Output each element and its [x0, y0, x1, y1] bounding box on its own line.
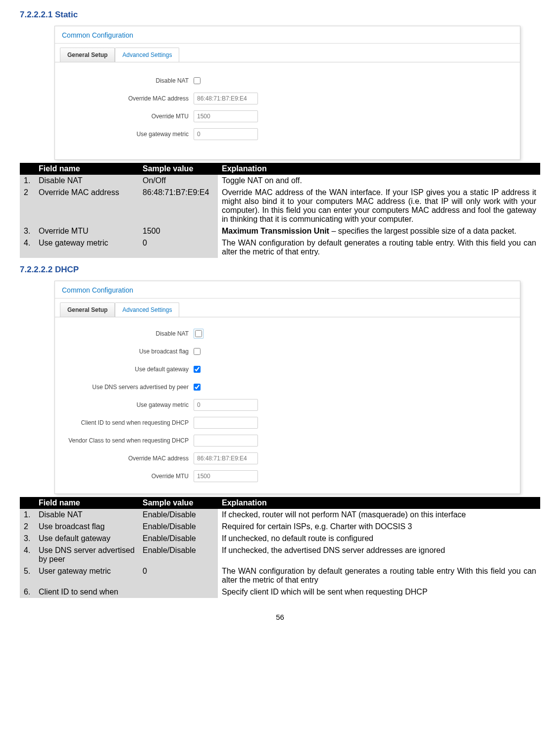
col-sample-value: Sample value: [139, 497, 218, 509]
dns-peer-label: Use DNS servers advertised by peer: [65, 384, 194, 391]
panel-title: Common Configuration: [55, 26, 520, 44]
client-id-label: Client ID to send when requesting DHCP: [65, 419, 194, 426]
cell-num: 4.: [20, 545, 35, 565]
cell-expl: Required for certain ISPs, e.g. Charter …: [218, 521, 540, 533]
section-heading-static: 7.2.2.2.1 Static: [20, 10, 540, 20]
override-mac-label: Override MAC address: [65, 95, 194, 102]
panel-title: Common Configuration: [55, 281, 520, 298]
disable-nat-label: Disable NAT: [65, 330, 194, 337]
default-gateway-label: Use default gateway: [65, 366, 194, 373]
expl-rest: – specifies the largest possible size of…: [329, 227, 516, 235]
cell-field: Use gateway metric: [35, 237, 139, 258]
cell-field: Use default gateway: [35, 533, 139, 545]
col-num: [20, 497, 35, 509]
cell-expl: If unchecked, the advertised DNS server …: [218, 545, 540, 565]
table-row: 1. Disable NAT Enable/Disable If checked…: [20, 509, 540, 521]
cell-sample: 1500: [139, 225, 218, 237]
cell-field: Override MTU: [35, 225, 139, 237]
cell-sample: Enable/Disable: [139, 533, 218, 545]
col-explanation: Explanation: [218, 163, 540, 175]
disable-nat-label: Disable NAT: [65, 77, 194, 84]
gateway-metric-label: Use gateway metric: [65, 401, 194, 408]
cell-sample: 0: [139, 565, 218, 586]
broadcast-flag-label: Use broadcast flag: [65, 348, 194, 355]
cell-num: 2: [20, 187, 35, 225]
cell-sample: Enable/Disable: [139, 509, 218, 521]
table-row: 3. Override MTU 1500 Maximum Transmissio…: [20, 225, 540, 237]
col-field-name: Field name: [35, 163, 139, 175]
override-mtu-input[interactable]: [194, 470, 258, 482]
cell-num: 2: [20, 521, 35, 533]
screenshot-static: Common Configuration General Setup Advan…: [54, 26, 520, 160]
gateway-metric-input[interactable]: [194, 128, 258, 140]
col-field-name: Field name: [35, 497, 139, 509]
cell-field: Disable NAT: [35, 509, 139, 521]
fields-table-static: Field name Sample value Explanation 1. D…: [20, 163, 540, 258]
cell-sample: [139, 586, 218, 598]
gateway-metric-input[interactable]: [194, 399, 258, 411]
cell-num: 3.: [20, 225, 35, 237]
cell-expl: Specify client ID which will be sent whe…: [218, 586, 540, 598]
cell-expl: The WAN configuration by default generat…: [218, 237, 540, 258]
disable-nat-checkbox[interactable]: [194, 77, 201, 84]
cell-field: Use DNS server advertised by peer: [35, 545, 139, 565]
col-sample-value: Sample value: [139, 163, 218, 175]
cell-sample: On/Off: [139, 175, 218, 187]
table-row: 6. Client ID to send when Specify client…: [20, 586, 540, 598]
fields-table-dhcp: Field name Sample value Explanation 1. D…: [20, 497, 540, 598]
override-mac-input[interactable]: [194, 93, 258, 104]
dns-peer-checkbox[interactable]: [194, 384, 201, 391]
table-row: 1. Disable NAT On/Off Toggle NAT on and …: [20, 175, 540, 187]
bold-term: Maximum Transmission Unit: [222, 227, 329, 235]
cell-expl: If checked, router will not perform NAT …: [218, 509, 540, 521]
cell-sample: Enable/Disable: [139, 545, 218, 565]
cell-num: 5.: [20, 565, 35, 586]
section-heading-dhcp: 7.2.2.2.2 DHCP: [20, 265, 540, 275]
cell-sample: 0: [139, 237, 218, 258]
table-row: 2 Override MAC address 86:48:71:B7:E9:E4…: [20, 187, 540, 225]
cell-field: Use broadcast flag: [35, 521, 139, 533]
vendor-class-input[interactable]: [194, 435, 258, 447]
tab-bar: General Setup Advanced Settings: [55, 298, 520, 317]
cell-num: 3.: [20, 533, 35, 545]
disable-nat-checkbox[interactable]: [195, 330, 202, 337]
override-mac-label: Override MAC address: [65, 455, 194, 462]
override-mtu-label: Override MTU: [65, 113, 194, 120]
table-row: 3. Use default gateway Enable/Disable If…: [20, 533, 540, 545]
cell-field: Disable NAT: [35, 175, 139, 187]
broadcast-flag-checkbox[interactable]: [194, 348, 201, 355]
cell-num: 1.: [20, 175, 35, 187]
default-gateway-checkbox[interactable]: [194, 366, 201, 373]
cell-field: Client ID to send when: [35, 586, 139, 598]
table-row: 4. Use DNS server advertised by peer Ena…: [20, 545, 540, 565]
cell-field: User gateway metric: [35, 565, 139, 586]
table-row: 2 Use broadcast flag Enable/Disable Requ…: [20, 521, 540, 533]
cell-expl: Toggle NAT on and off.: [218, 175, 540, 187]
checkbox-frame: [194, 329, 204, 339]
cell-expl: The WAN configuration by default generat…: [218, 565, 540, 586]
page-number: 56: [20, 613, 540, 621]
tab-general-setup[interactable]: General Setup: [60, 302, 115, 317]
col-explanation: Explanation: [218, 497, 540, 509]
override-mtu-label: Override MTU: [65, 473, 194, 480]
client-id-input[interactable]: [194, 417, 258, 429]
cell-num: 6.: [20, 586, 35, 598]
form-area-static: Disable NAT Override MAC address Overrid…: [55, 62, 520, 159]
tab-advanced-settings[interactable]: Advanced Settings: [115, 302, 179, 317]
form-area-dhcp: Disable NAT Use broadcast flag Use defau…: [55, 317, 520, 494]
table-row: 5. User gateway metric 0 The WAN configu…: [20, 565, 540, 586]
cell-sample: Enable/Disable: [139, 521, 218, 533]
table-row: 4. Use gateway metric 0 The WAN configur…: [20, 237, 540, 258]
tab-general-setup[interactable]: General Setup: [60, 48, 115, 62]
cell-num: 4.: [20, 237, 35, 258]
cell-field: Override MAC address: [35, 187, 139, 225]
cell-expl: Maximum Transmission Unit – specifies th…: [218, 225, 540, 237]
col-num: [20, 163, 35, 175]
cell-expl: Override MAC address of the WAN interfac…: [218, 187, 540, 225]
override-mac-input[interactable]: [194, 452, 258, 464]
cell-num: 1.: [20, 509, 35, 521]
tab-advanced-settings[interactable]: Advanced Settings: [115, 48, 179, 62]
override-mtu-input[interactable]: [194, 110, 258, 122]
vendor-class-label: Vendor Class to send when requesting DHC…: [65, 437, 194, 444]
cell-sample: 86:48:71:B7:E9:E4: [139, 187, 218, 225]
